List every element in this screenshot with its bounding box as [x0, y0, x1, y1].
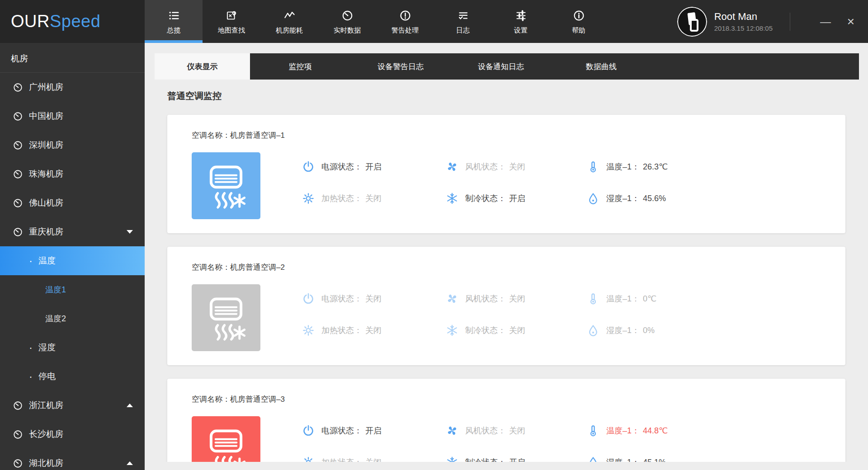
minimize-button[interactable]: — [816, 12, 835, 32]
power-icon [302, 292, 315, 306]
nav-item-realtime[interactable]: 实时数据 [318, 0, 376, 43]
status-label: 温度–1： [606, 293, 640, 304]
gauge-icon [13, 429, 23, 440]
sidebar-item-佛山机房[interactable]: 佛山机房 [0, 188, 145, 217]
ac-card: 空调名称：机房普通空调–2电源状态：关闭风机状态：关闭温度–1：0℃加热状态：关… [167, 247, 845, 365]
status-label: 加热状态： [321, 325, 362, 336]
ac-name-value: 机房普通空调–2 [230, 263, 285, 272]
snowflake-icon [445, 324, 459, 337]
gauge-icon [13, 140, 23, 150]
ac-card-list: 空调名称：机房普通空调–1电源状态：开启风机状态：关闭温度–1：26.3℃加热状… [167, 115, 868, 462]
tab-bar: 仪表显示监控项设备警告日志设备通知日志数据曲线 [155, 53, 859, 80]
content-area: 普通空调监控 空调名称：机房普通空调–1电源状态：开启风机状态：关闭温度–1：2… [145, 80, 868, 462]
nav-item-settings[interactable]: 设置 [492, 0, 550, 43]
help-icon [573, 9, 585, 22]
nav-item-alerts[interactable]: 警告处理 [376, 0, 434, 43]
topbar: OURSpeed 总揽地图查找机房能耗实时数据警告处理日志设置帮助 Root M… [0, 0, 868, 43]
sidebar-item-广州机房[interactable]: 广州机房 [0, 73, 145, 102]
nav-item-logs[interactable]: 日志 [434, 0, 492, 43]
nav-item-overview[interactable]: 总揽 [145, 0, 203, 43]
nav-item-map-search[interactable]: 地图查找 [203, 0, 260, 43]
sidebar-item-重庆机房[interactable]: 重庆机房 [0, 217, 145, 246]
status-value: 关闭 [509, 425, 525, 436]
ac-name-label: 空调名称： [192, 395, 230, 404]
gauge-icon [13, 227, 23, 237]
log-icon [457, 9, 469, 22]
ac-card-title: 空调名称：机房普通空调–1 [192, 130, 285, 141]
status-value: 关闭 [365, 325, 382, 336]
status-item: 风机状态：关闭 [445, 424, 586, 437]
sidebar-item-label: 长沙机房 [29, 428, 63, 440]
ac-status-grid: 电源状态：关闭风机状态：关闭温度–1：0℃加热状态：关闭制冷状态：关闭湿度–1：… [302, 283, 758, 346]
sidebar-item-温度[interactable]: ·温度 [0, 246, 145, 275]
tab-设备通知日志[interactable]: 设备通知日志 [451, 53, 551, 80]
sidebar-item-label: 珠海机房 [29, 168, 63, 180]
sidebar-item-长沙机房[interactable]: 长沙机房 [0, 420, 145, 449]
status-item: 风机状态：关闭 [445, 292, 586, 306]
ac-status-grid: 电源状态：开启风机状态：关闭温度–1：26.3℃加热状态：关闭制冷状态：开启湿度… [302, 151, 758, 214]
sidebar-item-深圳机房[interactable]: 深圳机房 [0, 131, 145, 160]
sidebar-item-温度2[interactable]: 温度2 [0, 304, 145, 333]
gauge-icon [13, 198, 23, 208]
status-item: 温度–1：44.8℃ [586, 424, 758, 437]
sidebar-item-label: 中国机房 [29, 110, 63, 122]
gauge-icon [341, 9, 354, 22]
status-item: 制冷状态：关闭 [445, 324, 586, 337]
status-value: 开启 [365, 425, 382, 436]
thermometer-icon [586, 160, 600, 174]
nav-item-label: 实时数据 [334, 26, 361, 35]
status-label: 制冷状态： [465, 325, 506, 336]
sidebar-item-浙江机房[interactable]: 浙江机房 [0, 391, 145, 420]
status-label: 温度–1： [606, 161, 640, 172]
sidebar-item-label: 浙江机房 [29, 400, 63, 411]
settings-icon [515, 9, 527, 22]
status-label: 加热状态： [321, 457, 362, 462]
status-item: 温度–1：26.3℃ [586, 160, 758, 174]
room-list: 广州机房中国机房深圳机房珠海机房佛山机房重庆机房·温度温度1温度2·湿度·停电浙… [0, 73, 145, 470]
sidebar-header: 机房 [0, 43, 145, 73]
sidebar-item-停电[interactable]: ·停电 [0, 362, 145, 391]
tab-仪表显示[interactable]: 仪表显示 [155, 53, 250, 80]
status-item: 温度–1：0℃ [586, 292, 758, 306]
status-label: 电源状态： [321, 161, 362, 172]
status-label: 风机状态： [465, 293, 506, 304]
status-item: 电源状态：开启 [302, 160, 445, 174]
tab-监控项[interactable]: 监控项 [250, 53, 350, 80]
status-item: 加热状态：关闭 [302, 456, 445, 462]
avatar-logo-icon [677, 7, 707, 37]
status-value: 26.3℃ [643, 162, 668, 172]
tab-数据曲线[interactable]: 数据曲线 [551, 53, 651, 80]
sun-icon [302, 324, 315, 337]
status-value: 关闭 [509, 161, 525, 172]
sidebar-item-label: 湖北机房 [29, 457, 63, 469]
ac-card: 空调名称：机房普通空调–1电源状态：开启风机状态：关闭温度–1：26.3℃加热状… [167, 115, 845, 233]
status-value: 44.8℃ [643, 426, 668, 436]
status-item: 加热状态：关闭 [302, 324, 445, 337]
sidebar-item-label: 佛山机房 [29, 197, 63, 209]
sidebar-item-中国机房[interactable]: 中国机房 [0, 102, 145, 131]
snowflake-icon [445, 192, 459, 205]
nav-item-energy[interactable]: 机房能耗 [260, 0, 318, 43]
status-label: 制冷状态： [465, 193, 506, 204]
sidebar-item-湖北机房[interactable]: 湖北机房 [0, 449, 145, 470]
close-button[interactable]: × [841, 12, 861, 32]
status-item: 风机状态：关闭 [445, 160, 586, 174]
sidebar-item-label: 重庆机房 [29, 226, 63, 238]
tab-设备警告日志[interactable]: 设备警告日志 [350, 53, 451, 80]
status-value: 0% [643, 326, 655, 335]
avatar[interactable] [677, 7, 707, 37]
status-item: 电源状态：关闭 [302, 292, 445, 306]
sidebar-item-湿度[interactable]: ·湿度 [0, 333, 145, 362]
ac-unit-icon [192, 284, 260, 351]
status-value: 45.6% [643, 194, 666, 203]
fan-icon [445, 424, 459, 437]
sidebar-item-珠海机房[interactable]: 珠海机房 [0, 160, 145, 188]
droplet-icon [586, 324, 600, 337]
status-item: 湿度–1：45.6% [586, 192, 758, 205]
alert-icon [399, 9, 411, 22]
nav-item-help[interactable]: 帮助 [550, 0, 608, 43]
status-value: 0℃ [643, 294, 656, 304]
sidebar-item-温度1[interactable]: 温度1 [0, 275, 145, 304]
user-name: Root Man [714, 11, 773, 22]
sun-icon [302, 192, 315, 205]
